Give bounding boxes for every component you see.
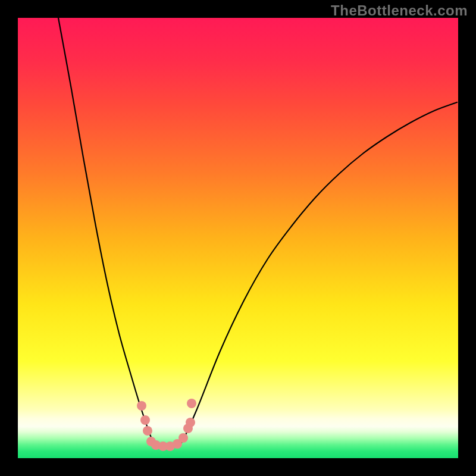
marker-dot [187, 399, 196, 408]
plot-area [18, 18, 458, 458]
chart-svg [18, 18, 458, 458]
gradient-background [18, 18, 458, 458]
outer-frame: TheBottleneck.com [0, 0, 476, 476]
marker-dot [143, 426, 152, 436]
watermark-text: TheBottleneck.com [331, 2, 468, 19]
marker-dot [137, 401, 146, 411]
marker-dot [186, 418, 195, 427]
marker-dot [140, 415, 150, 425]
marker-dot [178, 433, 188, 443]
